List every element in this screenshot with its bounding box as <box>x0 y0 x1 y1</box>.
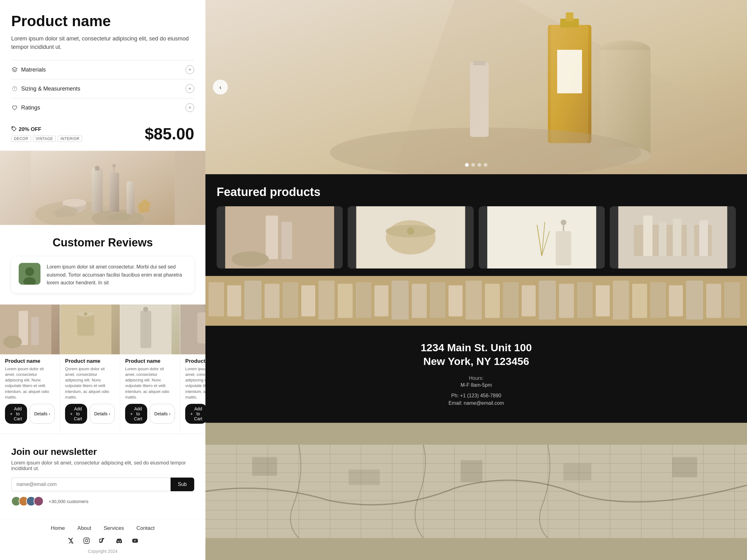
ratings-expand-icon[interactable]: + <box>185 103 194 112</box>
featured-card-2[interactable] <box>348 206 474 268</box>
twitter-x-icon[interactable] <box>66 536 75 545</box>
svg-rect-78 <box>264 284 280 318</box>
product-card-2: Product name Lorem ipsum dolor sit amet,… <box>120 304 180 434</box>
svg-rect-23 <box>31 317 39 345</box>
svg-point-66 <box>561 220 566 225</box>
hero-dot-1[interactable] <box>465 163 469 167</box>
svg-rect-133 <box>461 460 483 482</box>
svg-rect-7 <box>92 168 103 212</box>
svg-rect-51 <box>473 61 486 65</box>
details-2[interactable]: Details › <box>150 404 175 424</box>
contact-email: Email: name@email.com <box>216 400 736 406</box>
address-line1: 1234 Main St. Unit 100 <box>216 341 736 354</box>
featured-card-1[interactable] <box>216 206 343 268</box>
avatar-stack <box>11 496 41 506</box>
svg-rect-95 <box>577 282 593 318</box>
contact-address: 1234 Main St. Unit 100 New York, NY 1234… <box>216 341 736 368</box>
instagram-icon[interactable] <box>82 536 91 545</box>
review-text: Lorem ipsum dolor sit amet consectetur. … <box>47 263 187 287</box>
svg-point-59 <box>407 228 415 235</box>
subscriber-avatar-4 <box>34 496 44 506</box>
footer-link-contact[interactable]: Contact <box>136 525 155 531</box>
newsletter-submit-button[interactable]: Sub <box>171 478 194 491</box>
featured-card-4[interactable] <box>610 206 736 268</box>
featured-section: Featured products <box>205 174 747 276</box>
svg-marker-0 <box>12 67 17 70</box>
product-card-0: Product name Lorem ipsum dolor sit amet,… <box>0 304 60 434</box>
plus-icon: + <box>10 411 12 416</box>
discord-icon[interactable] <box>114 536 123 545</box>
product-card-image-1 <box>60 304 120 354</box>
product-detail: Product name Lorem ipsum dolor sit amet,… <box>0 0 205 151</box>
contact-phone: Ph: +1 (123) 456-7890 <box>216 393 736 399</box>
tag-interior: INTERIOR <box>58 136 82 142</box>
svg-rect-33 <box>197 312 205 344</box>
footer-copyright: Copyright 2024 <box>11 549 194 554</box>
ruler-icon <box>11 85 18 92</box>
svg-rect-53 <box>266 216 278 259</box>
svg-rect-69 <box>643 216 653 256</box>
sizing-expand-icon[interactable]: + <box>185 84 194 93</box>
svg-rect-93 <box>539 281 556 320</box>
product-list-row: Product name Lorem ipsum dolor sit amet,… <box>0 304 205 434</box>
materials-expand-icon[interactable]: + <box>185 65 194 74</box>
materials-label: Matrerials <box>21 66 46 73</box>
contact-hours: M-F 8am-5pm <box>216 382 736 388</box>
svg-rect-71 <box>673 219 681 256</box>
product-desc-0: Lorem ipsum dolor sit amet, consectetur … <box>5 366 55 400</box>
hours-label: Hours: <box>216 375 736 381</box>
svg-rect-36 <box>84 538 89 543</box>
newsletter-title: Join our newsletter <box>11 447 194 457</box>
svg-rect-98 <box>632 284 647 318</box>
footer-link-services[interactable]: Services <box>104 525 124 531</box>
svg-rect-60 <box>487 206 596 268</box>
product-desc-1: Qorem ipsum dolor sit amet, consectetur … <box>65 366 115 400</box>
newsletter-form: Sub <box>11 478 194 491</box>
hero-dot-2[interactable] <box>471 163 475 167</box>
svg-rect-50 <box>470 62 489 137</box>
product-card-3: Product name Lorem ipsum dolor sit amet,… <box>180 304 205 434</box>
map-area[interactable] <box>205 423 747 560</box>
discount-text: 20% OFF <box>19 126 42 133</box>
footer-nav: Home About Services Contact <box>0 518 205 560</box>
add-to-cart-3[interactable]: + Add to Cart <box>185 404 205 424</box>
svg-rect-134 <box>563 463 591 481</box>
svg-rect-45 <box>566 12 573 21</box>
accordion-ratings[interactable]: Ratings + <box>11 98 194 117</box>
featured-card-3[interactable] <box>479 206 605 268</box>
accordion-sizing[interactable]: Sizing & Measurements + <box>11 79 194 98</box>
footer-link-about[interactable]: About <box>77 525 91 531</box>
svg-rect-72 <box>687 223 694 256</box>
tiktok-icon[interactable] <box>98 536 107 545</box>
hero-prev-button[interactable]: ‹ <box>213 80 228 95</box>
left-panel: Product name Lorem ipsum dolor sit amet,… <box>0 0 205 560</box>
hero-dot-4[interactable] <box>484 163 487 167</box>
accordion-materials[interactable]: Matrerials + <box>11 60 194 79</box>
add-to-cart-1[interactable]: + Add to Cart <box>65 404 87 424</box>
add-to-cart-0[interactable]: + Add to Cart <box>5 404 27 424</box>
svg-rect-88 <box>448 285 463 316</box>
svg-rect-73 <box>699 220 708 256</box>
newsletter-email-input[interactable] <box>11 478 171 491</box>
svg-rect-77 <box>244 281 261 320</box>
hero-dots <box>465 163 487 167</box>
product-description: Lorem ipsum dolor sit amet, consectetur … <box>11 34 194 51</box>
youtube-icon[interactable] <box>131 536 139 545</box>
svg-rect-85 <box>391 281 409 320</box>
svg-point-11 <box>112 164 116 167</box>
plus-icon: + <box>130 411 133 416</box>
details-0[interactable]: Details › <box>30 404 55 424</box>
svg-rect-132 <box>349 470 380 485</box>
details-1[interactable]: Details › <box>89 404 115 424</box>
svg-rect-9 <box>109 173 119 212</box>
product-price: $85.00 <box>145 125 194 143</box>
svg-rect-64 <box>556 231 571 265</box>
product-card-1: Product name Qorem ipsum dolor sit amet,… <box>60 304 120 434</box>
svg-rect-86 <box>412 284 427 318</box>
svg-rect-84 <box>375 285 388 316</box>
svg-rect-82 <box>338 284 353 318</box>
add-to-cart-2[interactable]: + Add to Cart <box>125 404 147 424</box>
footer-link-home[interactable]: Home <box>51 525 65 531</box>
product-desc-3: Lorem ipsum dolor sit amet, consectetur … <box>185 366 205 400</box>
hero-dot-3[interactable] <box>478 163 481 167</box>
